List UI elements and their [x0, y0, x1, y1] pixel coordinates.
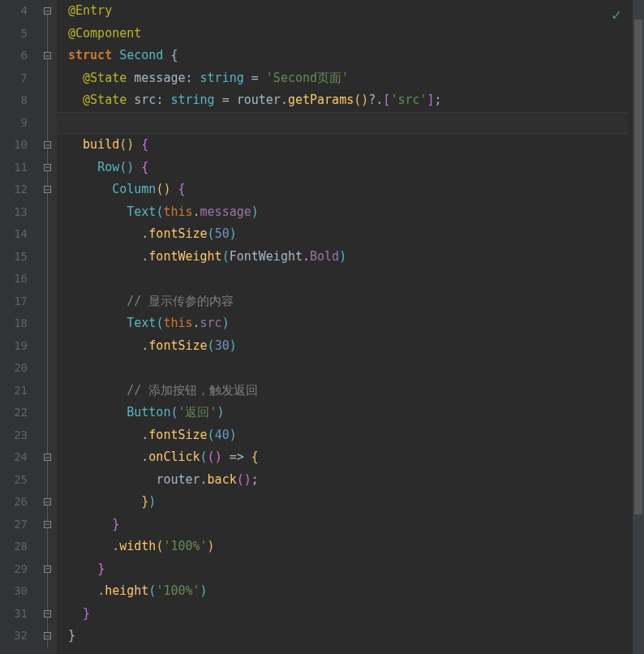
- code-line[interactable]: }: [68, 625, 644, 648]
- code-line[interactable]: }: [68, 558, 644, 581]
- code-line[interactable]: [68, 357, 644, 380]
- fold-toggle-icon[interactable]: [44, 164, 51, 171]
- code-editor[interactable]: 4567891011121314151617181920212223242526…: [0, 0, 644, 654]
- code-line[interactable]: struct Second {: [68, 45, 644, 67]
- code-line[interactable]: .fontSize(40): [68, 424, 644, 447]
- fold-cell[interactable]: [37, 179, 57, 201]
- fold-cell[interactable]: [37, 625, 57, 648]
- fold-cell[interactable]: [37, 514, 57, 536]
- fold-cell[interactable]: [37, 134, 57, 157]
- fold-cell[interactable]: [37, 157, 57, 179]
- fold-toggle-icon[interactable]: [44, 454, 51, 461]
- fold-cell: [37, 380, 57, 402]
- code-token: ): [217, 405, 225, 420]
- code-token: [68, 249, 141, 264]
- code-line[interactable]: Button('返回'): [68, 402, 644, 424]
- vertical-scrollbar[interactable]: [633, 0, 644, 654]
- code-token: .: [193, 316, 200, 330]
- fold-end-icon[interactable]: [44, 610, 51, 617]
- code-line[interactable]: router.back();: [68, 469, 644, 492]
- code-line[interactable]: .height('100%'): [68, 580, 644, 603]
- line-number: 18: [0, 312, 28, 335]
- code-token: ): [251, 204, 259, 219]
- code-token: (: [222, 249, 230, 264]
- code-token: .: [112, 539, 119, 553]
- code-line[interactable]: .width('100%'): [68, 536, 644, 558]
- code-token: Text: [127, 204, 156, 219]
- code-line[interactable]: .onClick(() => {: [68, 446, 644, 469]
- code-token: {: [251, 450, 259, 464]
- code-token: [68, 338, 141, 353]
- fold-toggle-icon[interactable]: [44, 186, 51, 193]
- code-token: router: [237, 93, 281, 107]
- code-token: [68, 606, 83, 621]
- code-line[interactable]: @State src: string = router.getParams()?…: [68, 89, 644, 112]
- code-token: (: [208, 338, 215, 353]
- code-line[interactable]: @Component: [68, 23, 644, 45]
- code-token: onClick: [148, 450, 200, 464]
- fold-end-icon[interactable]: [44, 498, 51, 506]
- fold-end-icon[interactable]: [44, 566, 51, 573]
- line-number: 22: [0, 402, 28, 424]
- code-line[interactable]: .fontWeight(FontWeight.Bold): [68, 246, 644, 269]
- fold-toggle-icon[interactable]: [44, 141, 51, 148]
- code-token: [68, 517, 112, 531]
- code-line[interactable]: @State message: string = 'Second页面': [68, 67, 644, 90]
- code-token: message: [134, 71, 185, 85]
- fold-cell: [37, 536, 57, 558]
- code-line[interactable]: }: [68, 514, 644, 536]
- code-line[interactable]: [68, 112, 644, 135]
- code-token: Text: [127, 316, 156, 330]
- code-token: fontSize: [148, 338, 207, 353]
- code-token: {: [170, 48, 178, 62]
- code-token: =: [251, 71, 259, 85]
- fold-cell: [37, 312, 57, 335]
- code-token: [127, 93, 134, 107]
- code-line[interactable]: .fontSize(30): [68, 335, 644, 358]
- code-token: ]: [427, 93, 435, 107]
- code-token: src: [200, 316, 222, 330]
- code-line[interactable]: }: [68, 603, 644, 626]
- code-token: [68, 182, 112, 196]
- code-token: :: [186, 71, 193, 85]
- fold-toggle-icon[interactable]: [44, 52, 51, 59]
- code-token: [68, 383, 127, 398]
- code-token: [193, 71, 200, 85]
- scroll-thumb[interactable]: [634, 19, 642, 514]
- code-token: Button: [127, 405, 170, 420]
- fold-cell[interactable]: [37, 446, 57, 469]
- code-line[interactable]: }): [68, 491, 644, 514]
- fold-cell[interactable]: [37, 0, 57, 23]
- code-content-area[interactable]: ✓ @Entry@Componentstruct Second { @State…: [57, 0, 644, 654]
- code-token: [68, 561, 97, 576]
- code-line[interactable]: Row() {: [68, 157, 644, 179]
- fold-cell[interactable]: [37, 491, 57, 514]
- fold-cell: [37, 335, 57, 358]
- fold-cell[interactable]: [37, 603, 57, 626]
- code-line[interactable]: [68, 268, 644, 290]
- fold-end-icon[interactable]: [44, 632, 51, 639]
- fold-toggle-icon[interactable]: [44, 7, 51, 15]
- code-line[interactable]: // 显示传参的内容: [68, 290, 644, 313]
- line-number: 5: [0, 23, 28, 45]
- code-line[interactable]: // 添加按钮，触发返回: [68, 380, 644, 402]
- code-line[interactable]: Column() {: [68, 179, 644, 201]
- fold-end-icon[interactable]: [44, 521, 51, 528]
- code-lines[interactable]: @Entry@Componentstruct Second { @State m…: [68, 0, 644, 648]
- code-token: width: [119, 539, 156, 553]
- code-token: message: [200, 204, 251, 219]
- line-number: 25: [0, 469, 28, 492]
- code-line[interactable]: Text(this.src): [68, 312, 644, 335]
- code-token: }: [83, 606, 90, 621]
- fold-cell[interactable]: [37, 558, 57, 581]
- code-line[interactable]: .fontSize(50): [68, 223, 644, 246]
- code-line[interactable]: build() {: [68, 134, 644, 157]
- code-line[interactable]: @Entry: [68, 0, 644, 23]
- code-token: // 显示传参的内容: [127, 294, 234, 308]
- code-line[interactable]: Text(this.message): [68, 201, 644, 224]
- fold-gutter[interactable]: [37, 0, 57, 654]
- fold-cell[interactable]: [37, 45, 57, 67]
- code-token: '返回': [178, 405, 217, 420]
- code-token: .: [141, 249, 148, 264]
- code-token: ): [200, 583, 208, 598]
